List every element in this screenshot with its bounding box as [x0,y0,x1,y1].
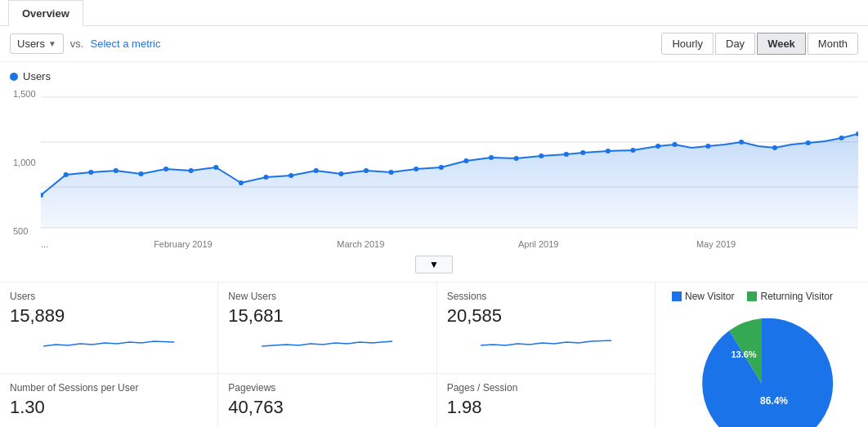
metric-value-sessions: 20,585 [447,305,645,327]
svg-point-19 [389,170,394,175]
svg-point-36 [839,136,844,140]
svg-point-13 [239,180,244,185]
x-axis-labels: ... February 2019 March 2019 April 2019 … [41,238,858,249]
svg-point-22 [463,158,468,163]
select-metric-link[interactable]: Select a metric [90,38,160,50]
time-btn-month[interactable]: Month [808,33,858,55]
chart-legend: Users [10,70,858,82]
bottom-section: Users 15,889 New Users 15,681 Sessions 2… [0,282,868,427]
pie-legend-new-visitor: New Visitor [672,291,734,302]
svg-point-6 [64,172,69,177]
metric-card-sessions: Sessions 20,585 [437,282,655,374]
metric-card-users: Users 15,889 [0,282,218,374]
svg-point-30 [655,144,660,149]
svg-point-25 [539,153,544,158]
metric-dropdown[interactable]: Users ▼ [10,33,64,54]
svg-point-35 [806,140,811,145]
sparkline-pageviews [228,423,426,427]
svg-point-8 [114,168,119,173]
tab-overview[interactable]: Overview [8,0,83,26]
tab-bar: Overview [0,0,868,26]
metric-label-pageviews: Pageviews [228,382,426,394]
pie-chart: 86.4% 13.6% [688,310,835,427]
svg-marker-4 [41,134,858,228]
vs-label: vs. [70,38,84,50]
metric-label: Users [17,38,45,50]
svg-point-34 [772,145,777,150]
svg-point-10 [163,167,168,171]
metrics-grid: Users 15,889 New Users 15,681 Sessions 2… [0,282,655,427]
metric-card-pages-per-session: Pages / Session 1.98 [437,374,655,427]
chart-container [41,89,858,236]
x-label-feb: February 2019 [94,239,271,249]
svg-point-21 [439,165,444,170]
new-visitor-color [672,291,682,301]
sparkline-sessions-per-user [10,423,208,427]
svg-point-12 [213,165,218,170]
metric-value-new-users: 15,681 [228,305,426,327]
time-buttons: Hourly Day Week Month [661,33,858,55]
sparkline-users [10,331,208,354]
y-axis-labels: 1,500 1,000 500 [10,89,39,236]
svg-point-32 [705,144,710,149]
svg-point-24 [514,156,519,161]
returning-visitor-label: Returning Visitor [760,291,833,302]
metric-value-users: 15,889 [10,305,208,327]
svg-point-20 [414,167,418,171]
expand-button[interactable]: ▼ [415,256,453,274]
svg-point-14 [263,175,268,180]
x-label-mar: March 2019 [272,239,450,249]
toolbar-left: Users ▼ vs. Select a metric [10,33,160,54]
metric-label-new-users: New Users [228,291,426,302]
toolbar: Users ▼ vs. Select a metric Hourly Day W… [0,26,868,62]
x-label-apr: April 2019 [450,239,627,249]
time-btn-day[interactable]: Day [715,33,755,55]
svg-point-9 [138,171,143,176]
metric-label-users: Users [10,291,208,302]
x-label-end [805,239,858,249]
svg-point-11 [189,168,194,173]
svg-point-17 [338,171,343,176]
metric-card-sessions-per-user: Number of Sessions per User 1.30 [0,374,218,427]
metric-value-pageviews: 40,763 [228,397,426,418]
dropdown-arrow-icon: ▼ [48,39,56,48]
sparkline-sessions [447,331,645,354]
svg-point-28 [606,149,611,153]
svg-point-7 [88,170,93,175]
metric-card-pageviews: Pageviews 40,763 [218,374,436,427]
metric-label-pages-per-session: Pages / Session [447,382,645,394]
pie-legend-returning-visitor: Returning Visitor [747,291,833,302]
pie-legend: New Visitor Returning Visitor [672,291,833,302]
svg-point-18 [364,168,369,173]
svg-point-31 [672,142,677,147]
returning-visitor-color [747,291,757,301]
y-label-500: 500 [13,226,36,236]
svg-point-29 [630,148,635,153]
metric-value-pages-per-session: 1.98 [447,397,645,418]
pie-label-returning-visitor: 13.6% [731,349,756,359]
users-legend-label: Users [23,70,51,82]
svg-point-27 [580,150,585,155]
x-label-may: May 2019 [627,239,804,249]
y-label-1000: 1,000 [13,158,36,167]
new-visitor-label: New Visitor [685,291,734,302]
pie-section: New Visitor Returning Visitor 86.4% 13.6… [655,282,868,427]
chart-area: Users 1,500 1,000 500 [0,62,868,252]
metric-label-sessions-per-user: Number of Sessions per User [10,382,208,394]
y-label-1500: 1,500 [13,89,36,99]
svg-point-33 [739,140,744,145]
svg-point-16 [314,168,319,173]
users-legend-dot [10,73,18,81]
svg-point-23 [489,155,494,160]
pie-label-new-visitor: 86.4% [760,395,788,407]
time-btn-week[interactable]: Week [757,33,806,55]
time-btn-hourly[interactable]: Hourly [661,33,714,55]
svg-point-26 [564,152,569,157]
x-label-dots: ... [41,239,94,249]
metric-card-new-users: New Users 15,681 [218,282,436,374]
svg-point-15 [289,173,293,178]
expand-section: ▼ [0,256,868,274]
metric-label-sessions: Sessions [447,291,645,302]
sparkline-new-users [228,331,426,354]
sparkline-pages-per-session [447,423,645,427]
